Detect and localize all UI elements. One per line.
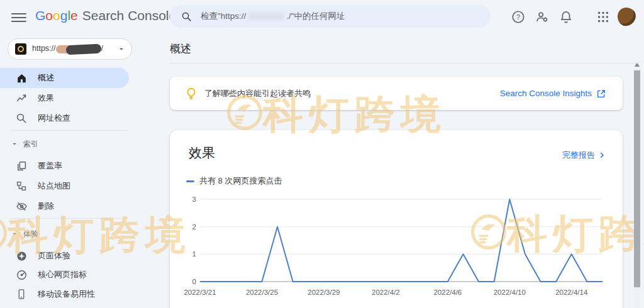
svg-text:3: 3 xyxy=(192,195,196,203)
svg-text:0: 0 xyxy=(192,278,196,285)
svg-text:1: 1 xyxy=(192,250,196,258)
sitemaps-icon xyxy=(15,180,28,192)
help-icon[interactable]: ? xyxy=(511,10,525,24)
legend-label: 共有 8 次网页搜索点击 xyxy=(199,175,282,187)
insights-text: 了解哪些内容能引起读者共鸣 xyxy=(204,88,311,99)
app-logo[interactable]: Google Search Console xyxy=(35,8,176,23)
svg-text:2022/4/14: 2022/4/14 xyxy=(555,289,588,296)
apps-grid-icon[interactable] xyxy=(596,10,610,24)
chevron-right-icon xyxy=(597,151,606,160)
external-link-icon xyxy=(596,89,606,99)
lightbulb-icon xyxy=(184,87,198,101)
svg-text:?: ? xyxy=(516,13,520,21)
redacted-domain-blur xyxy=(248,13,284,20)
section-collapse-icon xyxy=(11,231,18,237)
page-experience-icon xyxy=(15,250,28,262)
scrollbar-up-arrow-icon[interactable] xyxy=(635,63,640,67)
page-title: 概述 xyxy=(170,41,191,56)
sidebar-section-experience[interactable]: 体验 xyxy=(11,228,38,239)
sidebar: https:/// 概述 效果 网址检查 索引 xyxy=(0,35,133,308)
sidebar-item-mobile-usability[interactable]: 移动设备易用性 xyxy=(0,284,129,304)
notifications-bell-icon[interactable] xyxy=(559,10,573,24)
site-favicon xyxy=(15,43,26,55)
property-url: https:/// xyxy=(32,44,103,53)
insights-link[interactable]: Search Console Insights xyxy=(500,89,606,99)
svg-text:2022/4/10: 2022/4/10 xyxy=(494,289,526,296)
svg-text:2022/4/6: 2022/4/6 xyxy=(433,289,462,296)
svg-text:2022/3/21: 2022/3/21 xyxy=(184,289,216,296)
section-collapse-icon xyxy=(11,141,18,147)
google-logo-letters: Google xyxy=(35,8,78,23)
sidebar-item-page-experience[interactable]: 页面体验 xyxy=(0,246,129,266)
product-name: Search Console xyxy=(82,8,176,23)
performance-icon xyxy=(15,92,28,104)
chevron-down-icon xyxy=(118,45,125,53)
clicks-legend-chip[interactable]: 共有 8 次网页搜索点击 xyxy=(186,175,282,187)
property-selector[interactable]: https:/// xyxy=(8,38,132,60)
insights-card: 了解哪些内容能引起读者共鸣 Search Console Insights xyxy=(170,77,623,110)
full-report-link[interactable]: 完整报告 xyxy=(562,150,606,161)
core-web-vitals-icon xyxy=(15,268,28,281)
svg-text:2022/3/29: 2022/3/29 xyxy=(308,289,340,296)
mobile-usability-icon xyxy=(15,288,28,300)
account-avatar[interactable] xyxy=(616,6,637,27)
url-inspect-icon xyxy=(15,112,28,124)
performance-card-title: 效果 xyxy=(189,144,215,162)
search-placeholder: 检查"https://./"中的任何网址 xyxy=(201,11,345,22)
performance-card: 效果 完整报告 共有 8 次网页搜索点击 01232022/3/212022/3… xyxy=(170,130,623,308)
hamburger-menu-icon[interactable] xyxy=(11,10,26,25)
home-icon xyxy=(15,72,28,84)
coverage-icon xyxy=(15,160,28,172)
clicks-line-chart[interactable]: 01232022/3/212022/3/252022/3/292022/4/22… xyxy=(174,187,619,303)
legend-dash-icon xyxy=(186,180,194,182)
scrollbar-thumb[interactable] xyxy=(634,70,640,287)
sidebar-item-core-web-vitals[interactable]: 核心网页指标 xyxy=(0,265,129,285)
url-inspection-searchbar[interactable]: 检查"https://./"中的任何网址 xyxy=(170,5,491,28)
manage-users-icon[interactable] xyxy=(535,10,549,24)
search-console-app: Google Search Console 检查"https://./"中的任何… xyxy=(0,0,644,308)
removals-icon xyxy=(15,200,28,212)
header-divider xyxy=(170,63,634,63)
sidebar-item-removals[interactable]: 删除 xyxy=(0,196,129,216)
svg-text:2022/4/2: 2022/4/2 xyxy=(372,289,400,296)
sidebar-item-performance[interactable]: 效果 xyxy=(0,88,129,108)
sidebar-item-overview[interactable]: 概述 xyxy=(0,68,129,88)
sidebar-section-index[interactable]: 索引 xyxy=(11,138,38,150)
sidebar-divider xyxy=(10,218,127,219)
search-icon xyxy=(181,11,192,22)
svg-text:2: 2 xyxy=(192,223,196,231)
sidebar-item-sitemaps[interactable]: 站点地图 xyxy=(0,176,129,196)
redacted-scribble xyxy=(65,43,101,55)
sidebar-divider xyxy=(10,130,127,131)
vertical-scrollbar[interactable] xyxy=(634,62,640,308)
sidebar-item-url-inspection[interactable]: 网址检查 xyxy=(0,108,129,128)
svg-text:2022/3/25: 2022/3/25 xyxy=(246,289,278,296)
sidebar-item-coverage[interactable]: 覆盖率 xyxy=(0,156,129,176)
topbar: Google Search Console 检查"https://./"中的任何… xyxy=(0,0,644,35)
